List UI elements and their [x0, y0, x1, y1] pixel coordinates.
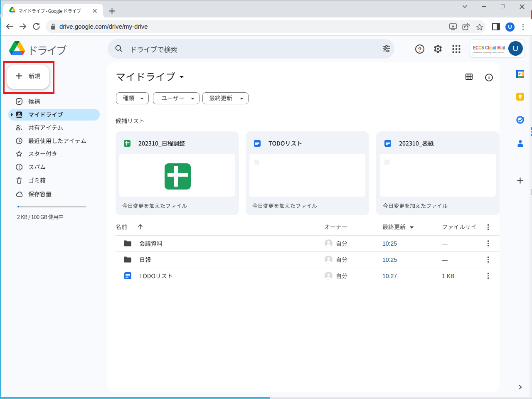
svg-text:31: 31 [518, 72, 522, 76]
